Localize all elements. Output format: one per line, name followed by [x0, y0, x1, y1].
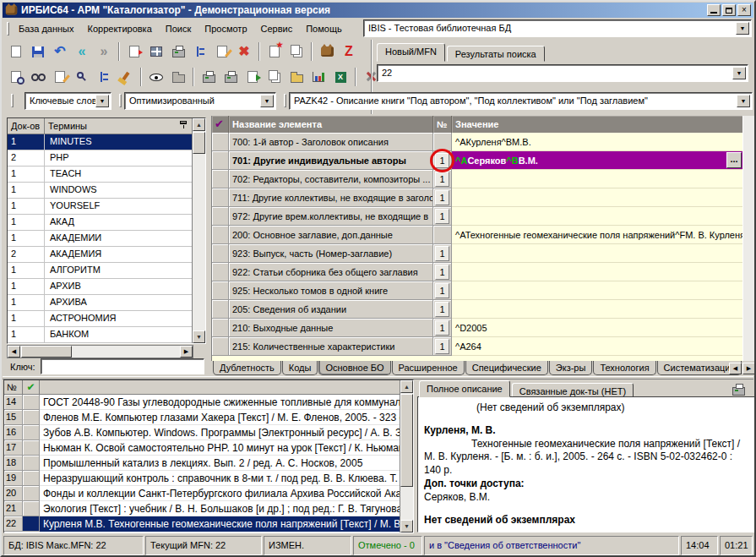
field-value-cell[interactable] — [452, 300, 742, 319]
new-record-button[interactable] — [5, 41, 27, 63]
field-name-cell[interactable]: 923: Выпуск, часть (Номер-заглавие) — [229, 244, 433, 263]
result-row[interactable]: 22Курленя М.В. Техногенные геомеханическ… — [4, 516, 400, 532]
result-check-cell[interactable] — [23, 395, 40, 410]
copy-record-button[interactable] — [123, 41, 145, 63]
field-value-cell[interactable] — [452, 263, 742, 281]
term-row[interactable]: 1АСТРОНОМИЯ — [8, 311, 192, 327]
glasses-search-button[interactable] — [27, 67, 49, 88]
tree-search-button[interactable] — [93, 67, 115, 88]
field-mark-cell[interactable] — [212, 281, 229, 300]
result-check-cell[interactable] — [23, 501, 40, 516]
field-row[interactable]: 200: Основное заглавие, доп.данные^АТехн… — [212, 226, 742, 244]
field-mark-cell[interactable] — [212, 226, 229, 244]
field-row[interactable]: 210: Выходные данные1^D2005 — [212, 319, 742, 337]
term-row[interactable]: 1АКАД — [8, 215, 192, 231]
tab-scroll-left-icon[interactable]: ◀ — [729, 363, 742, 374]
menu-item-0[interactable]: База данных — [12, 20, 81, 36]
edit-record-button[interactable] — [211, 41, 233, 63]
print-button[interactable] — [198, 67, 220, 88]
field-row[interactable]: 711: Другие коллективы, не входящие в за… — [212, 188, 742, 207]
menu-item-2[interactable]: Поиск — [159, 20, 198, 36]
worksheet-tab-5[interactable]: Экз-ры — [549, 361, 593, 375]
export-folder-button[interactable] — [286, 67, 307, 88]
field-value-cell[interactable]: ^D2005 — [452, 319, 742, 337]
delete-record-button[interactable]: ✖ — [233, 41, 255, 63]
duplicate-record-button[interactable] — [286, 41, 307, 63]
chevron-down-icon[interactable]: ▼ — [736, 22, 749, 35]
fields-vertical-scrollbar[interactable] — [742, 116, 756, 361]
result-check-cell[interactable] — [23, 440, 40, 456]
field-mark-cell[interactable] — [212, 337, 229, 356]
menu-item-5[interactable]: Помощь — [299, 20, 349, 36]
result-check-cell[interactable] — [23, 410, 40, 425]
menu-item-1[interactable]: Корректировка — [81, 20, 159, 36]
result-check-cell[interactable] — [23, 516, 40, 532]
chevron-down-icon[interactable]: ▼ — [737, 95, 750, 107]
scrollbar-thumb[interactable] — [21, 346, 72, 358]
searchbar-grip[interactable] — [119, 94, 122, 107]
field-name-cell[interactable]: 922: Статьи сборника без общего заглавия — [229, 263, 433, 281]
z3950-button[interactable]: Z — [338, 41, 360, 63]
terms-horizontal-scrollbar[interactable]: ◀ ▶ — [7, 345, 193, 358]
result-check-cell[interactable] — [23, 471, 40, 486]
scroll-right-icon[interactable]: ▶ — [180, 346, 193, 358]
field-mark-cell[interactable] — [212, 170, 229, 188]
result-row[interactable]: 20Фонды и коллекции Санкт-Петербургского… — [4, 486, 400, 501]
result-row[interactable]: 21Экология [Текст] : учебник / В. Н. Бол… — [4, 501, 400, 516]
worksheet-select[interactable]: PAZK42 - Описание книги "Под автором", "… — [289, 92, 753, 110]
terms-vertical-scrollbar[interactable]: ▲ ▼ — [192, 118, 205, 343]
worksheet-tab-4[interactable]: Специфические — [465, 361, 548, 375]
field-mark-cell[interactable] — [212, 244, 229, 263]
field-name-cell[interactable]: 215: Количественные характеристики — [229, 337, 433, 356]
field-mark-cell[interactable] — [212, 151, 229, 170]
mfn-combobox[interactable]: 22 ▼ — [377, 64, 748, 82]
copy-pages-button[interactable] — [264, 67, 286, 88]
open-folder-button[interactable] — [167, 67, 189, 88]
pin-icon[interactable] — [180, 121, 187, 124]
save-record-button[interactable] — [27, 41, 49, 63]
print-description-button[interactable] — [728, 382, 748, 397]
term-row[interactable]: 1MINUTES — [8, 134, 192, 150]
record-tab-1[interactable]: Результаты поиска — [447, 46, 545, 62]
irbis-logo-button[interactable] — [316, 41, 338, 63]
value-editor-button[interactable]: ... — [726, 152, 742, 168]
key-input[interactable] — [41, 358, 204, 374]
undo-button[interactable]: ↶ — [49, 41, 71, 63]
results-vertical-scrollbar[interactable]: ▲ ▼ — [400, 380, 413, 532]
field-value-cell[interactable]: ^АТехногенные геомеханические поля напря… — [452, 226, 742, 244]
scroll-left-icon[interactable]: ◀ — [8, 346, 20, 358]
field-name-cell[interactable]: 205: Сведения об издании — [229, 300, 433, 319]
scroll-up-icon[interactable]: ▲ — [193, 118, 205, 131]
field-name-cell[interactable]: 700: 1-й автор - Заголовок описания — [229, 133, 433, 151]
field-mark-cell[interactable] — [212, 319, 229, 337]
searchbar-grip[interactable] — [11, 94, 14, 107]
tab-scroll-right-icon[interactable]: ▶ — [742, 363, 755, 374]
field-name-cell[interactable]: 711: Другие коллективы, не входящие в за… — [229, 188, 433, 207]
view-record-button[interactable] — [145, 67, 167, 88]
next-record-button[interactable]: » — [93, 41, 115, 63]
term-row[interactable]: 2АКАДЕМИЯ — [8, 247, 192, 263]
field-name-cell[interactable]: 701: Другие индивидуальные авторы — [229, 151, 433, 170]
field-row[interactable]: 923: Выпуск, часть (Номер-заглавие)1 — [212, 244, 742, 263]
field-row[interactable]: 925: Несколько томов в одной книге1 — [212, 281, 742, 300]
mark-record-button[interactable] — [264, 41, 286, 63]
field-value-cell[interactable] — [452, 170, 742, 188]
field-row[interactable]: 702: Редакторы, составители, композиторы… — [212, 170, 742, 188]
magnifier-search-button[interactable] — [71, 67, 93, 88]
term-row[interactable]: 1АКАДЕМИИ — [8, 231, 192, 247]
result-row[interactable]: 18Промышленный катализ в лекциях. Вып. 2… — [4, 456, 400, 471]
chevron-down-icon[interactable]: ▼ — [732, 67, 746, 79]
term-row[interactable]: 2PHP — [8, 150, 192, 167]
field-name-cell[interactable]: 200: Основное заглавие, доп.данные — [229, 226, 433, 244]
field-value-cell[interactable] — [452, 281, 742, 300]
print-record-button[interactable] — [167, 41, 189, 63]
field-value-cell[interactable]: ^A264 — [452, 337, 742, 356]
field-mark-cell[interactable] — [212, 263, 229, 281]
field-name-cell[interactable]: 925: Несколько томов в одной книге — [229, 281, 433, 300]
scroll-down-icon[interactable]: ▼ — [193, 330, 205, 343]
prev-record-button[interactable]: « — [71, 41, 93, 63]
worksheet-tab-1[interactable]: Коды — [282, 361, 318, 375]
field-name-cell[interactable]: 702: Редакторы, составители, композиторы… — [229, 170, 433, 188]
field-row[interactable]: 701: Другие индивидуальные авторы1^АСеря… — [212, 151, 742, 170]
result-check-cell[interactable] — [23, 486, 40, 501]
